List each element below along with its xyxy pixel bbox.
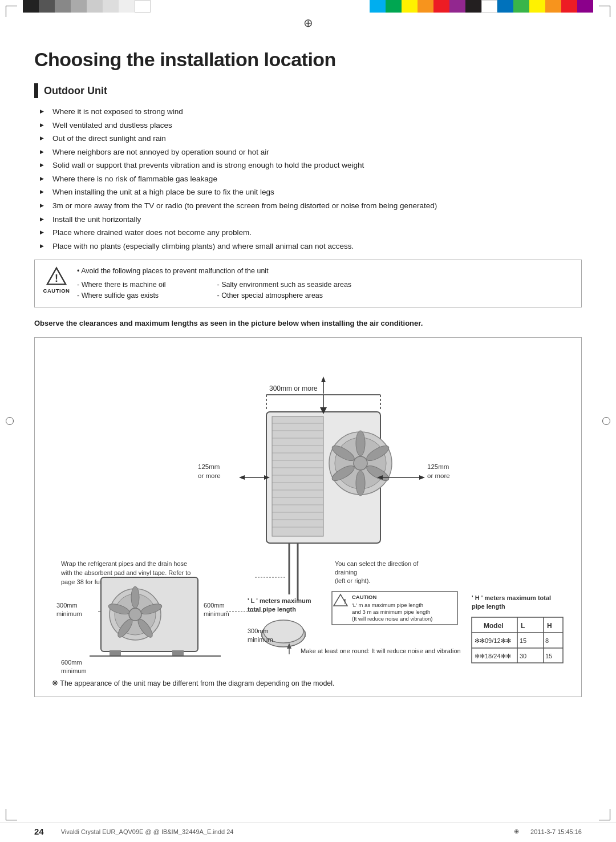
list-item: When installing the unit at a high place… [40, 187, 582, 198]
svg-text:Make at least one round: It wi: Make at least one round: It will reduce … [301, 647, 461, 654]
svg-text:' L ' meters maximum: ' L ' meters maximum [248, 597, 311, 604]
caution-icon-wrap: ! CAUTION [42, 266, 71, 294]
caution-grid: - Where there is machine oil - Salty env… [77, 280, 351, 302]
svg-marker-43 [419, 475, 425, 480]
bullet-list: Where it is not exposed to strong wind W… [34, 106, 582, 252]
section-heading-text: Outdoor Unit [44, 85, 107, 97]
page-title: Choosing the installation location [34, 48, 582, 71]
caution-box: ! CAUTION • Avoid the following places t… [34, 260, 582, 307]
svg-text:or more: or more [427, 472, 450, 479]
footer-page-number: 24 [34, 827, 44, 836]
footer-right-text: 2011-3-7 15:45:16 [530, 828, 582, 835]
svg-text:!: ! [55, 273, 58, 284]
caution-item-1: - Where there is machine oil [77, 280, 212, 290]
list-item: Where it is not exposed to strong wind [40, 106, 582, 118]
list-item: Out of the direct sunlight and rain [40, 133, 582, 144]
appearance-note: ❋ The appearance of the unit may be diff… [44, 679, 572, 687]
svg-text:pipe length: pipe length [472, 603, 505, 610]
caution-label: CAUTION [43, 288, 70, 294]
svg-marker-34 [321, 377, 326, 382]
caution-item-2: - Salty environment such as seaside area… [217, 280, 352, 290]
svg-text:You can select the direction o: You can select the direction of [335, 560, 419, 567]
svg-text:H: H [547, 622, 552, 630]
svg-text:30: 30 [520, 653, 526, 659]
svg-text:and 3 m as minimum pipe length: and 3 m as minimum pipe length [352, 609, 430, 615]
svg-point-22 [356, 431, 365, 456]
svg-text:!: ! [344, 598, 346, 605]
list-item: Place where drained water does not becom… [40, 227, 582, 238]
svg-text:'L' m as maximum pipe length: 'L' m as maximum pipe length [352, 602, 423, 608]
svg-text:Model: Model [484, 622, 504, 630]
installation-diagram: 300mm or more 125mm or more 125mm or mor… [44, 349, 580, 674]
svg-text:15: 15 [545, 653, 552, 659]
svg-text:minimum: minimum [56, 610, 82, 617]
svg-text:Wrap the refrigerant pipes and: Wrap the refrigerant pipes and the drain… [61, 560, 187, 567]
diagram-box: 300mm or more 125mm or more 125mm or mor… [34, 337, 582, 697]
list-item: Place with no plants (especially climbin… [40, 241, 582, 252]
caution-intro: • Avoid the following places to prevent … [77, 266, 351, 277]
svg-text:600mm: 600mm [204, 602, 225, 609]
svg-text:total pipe length: total pipe length [248, 606, 296, 613]
main-content: Choosing the installation location Outdo… [0, 17, 616, 739]
list-item: Where there is no risk of flammable gas … [40, 173, 582, 185]
svg-text:L: L [521, 622, 525, 630]
caution-item-3: - Where sulfide gas exists [77, 290, 212, 301]
svg-text:15: 15 [520, 637, 526, 644]
section-heading: Outdoor Unit [34, 83, 582, 98]
svg-text:✻✻18/24✻✻: ✻✻18/24✻✻ [475, 653, 511, 659]
svg-text:125mm: 125mm [427, 463, 449, 470]
list-item: Well ventilated and dustless places [40, 120, 582, 131]
svg-text:(It will reduce noise and vibr: (It will reduce noise and vibration) [352, 616, 433, 622]
caution-item-4: - Other special atmosphere areas [217, 290, 352, 301]
svg-text:minimum: minimum [248, 636, 273, 643]
caution-triangle-icon: ! [46, 266, 67, 286]
svg-rect-73 [110, 650, 121, 656]
svg-marker-37 [239, 475, 245, 480]
footer-left-text: Vivaldi Crystal EUR_AQV09E @ @ IB&IM_324… [61, 828, 502, 835]
svg-text:8: 8 [545, 637, 549, 644]
registration-mark-right [602, 417, 610, 425]
svg-rect-3 [272, 416, 323, 536]
svg-text:CAUTION: CAUTION [352, 594, 376, 600]
svg-point-68 [131, 586, 139, 608]
svg-text:✻✻09/12✻✻: ✻✻09/12✻✻ [475, 637, 511, 644]
svg-text:300mm: 300mm [56, 602, 78, 609]
section-heading-bar [34, 83, 38, 98]
svg-text:600mm: 600mm [61, 659, 82, 666]
svg-text:' H ' meters maximum total: ' H ' meters maximum total [472, 594, 551, 601]
svg-text:minimum: minimum [61, 667, 87, 674]
svg-point-25 [356, 471, 365, 496]
svg-rect-74 [172, 650, 184, 656]
svg-point-21 [354, 456, 367, 470]
svg-text:draining: draining [335, 569, 357, 576]
list-item: Where neighbors are not annoyed by opera… [40, 147, 582, 158]
registration-mark-top: ⊕ [303, 16, 313, 30]
page-footer: 24 Vivaldi Crystal EUR_AQV09E @ @ IB&IM_… [0, 823, 616, 836]
list-item: Solid wall or support that prevents vibr… [40, 160, 582, 171]
svg-text:125mm: 125mm [198, 463, 220, 470]
caution-text: • Avoid the following places to prevent … [77, 266, 351, 301]
footer-registration-mark: ⊕ [514, 828, 519, 835]
registration-mark-left [6, 417, 14, 425]
list-item: Install the unit horizontally [40, 214, 582, 225]
list-item: 3m or more away from the TV or radio (to… [40, 200, 582, 212]
svg-text:with the absorbent pad and vin: with the absorbent pad and vinyl tape. R… [60, 569, 191, 576]
svg-text:300mm: 300mm [248, 628, 269, 634]
svg-point-67 [129, 608, 141, 621]
svg-text:300mm or more: 300mm or more [269, 384, 318, 392]
svg-text:or more: or more [198, 472, 221, 479]
svg-text:minimum: minimum [204, 610, 229, 617]
bold-para: Observe the clearances and maximum lengt… [34, 318, 582, 329]
svg-text:(left or right).: (left or right). [335, 577, 370, 584]
